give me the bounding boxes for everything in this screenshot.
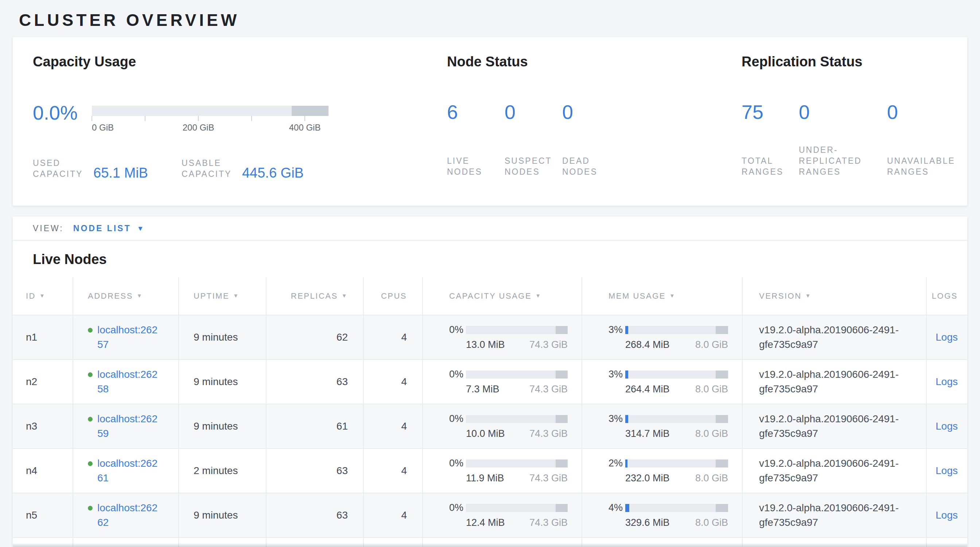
node-version: v19.2.0-alpha.20190606-2491-gfe735c9a97 <box>759 501 926 530</box>
column-label: ID <box>26 291 36 301</box>
memory-usage-fill <box>625 504 629 512</box>
node-uptime: 9 minutes <box>194 509 238 521</box>
column-header-version[interactable]: VERSION▼ <box>742 277 926 315</box>
table-header-row: ID▼ADDRESS▼UPTIME▼REPLICAS▼CPUSCAPACITY … <box>13 277 967 315</box>
node-id: n5 <box>26 509 37 521</box>
node-logs-link[interactable]: Logs <box>935 465 958 476</box>
dead-nodes-stat: 0 DEAD NODES <box>562 102 620 177</box>
capacity-percent: 0% <box>449 413 466 425</box>
capacity-usage-reserved <box>555 415 568 423</box>
node-address-link[interactable]: localhost:26259 <box>97 412 161 441</box>
node-live-dot-icon <box>88 417 92 421</box>
unavailable-ranges-value: 0 <box>887 102 967 122</box>
usable-capacity-label: USABLE CAPACITY <box>181 157 237 180</box>
memory-used: 232.0 MiB <box>625 472 670 484</box>
replication-status-section: Replication Status 75 TOTAL RANGES 0 UND… <box>741 53 967 206</box>
node-logs-cell: Logs <box>926 448 967 493</box>
node-version: v19.2.0-alpha.20190606-2491-gfe735c9a97 <box>759 367 926 396</box>
node-memory-cell: 2% 232.0 MiB 8.0 GiB <box>582 448 742 493</box>
used-capacity-label: USED CAPACITY <box>33 157 88 180</box>
node-uptime-cell: 9 minutes <box>179 359 266 404</box>
used-capacity-stat: USED CAPACITY 65.1 MiB <box>33 157 148 180</box>
dead-nodes-value: 0 <box>562 102 620 122</box>
node-cpus: 4 <box>401 465 407 476</box>
column-header-capacity-usage[interactable]: CAPACITY USAGE▼ <box>423 277 582 315</box>
node-logs-link[interactable]: Logs <box>935 331 958 343</box>
node-version-cell: v19.2.0-alpha.20190606-2491-gfe735c9a97 <box>742 315 926 359</box>
capacity-total: 74.3 GiB <box>530 339 568 350</box>
node-logs-link[interactable]: Logs <box>935 420 958 432</box>
node-version-cell: v19.2.0-alpha.20190606-2491-gfe735c9a97 <box>742 404 926 448</box>
node-logs-link[interactable]: Logs <box>935 376 958 387</box>
dead-nodes-label: DEAD NODES <box>562 155 620 177</box>
node-replicas-cell: 63 <box>266 359 363 404</box>
node-uptime-cell: 9 minutes <box>179 315 266 359</box>
memory-usage-reserved <box>716 370 728 378</box>
memory-usage-widget: 3% 314.7 MiB 8.0 GiB <box>582 413 742 439</box>
column-label: REPLICAS <box>291 291 338 301</box>
usable-capacity-stat: USABLE CAPACITY 445.6 GiB <box>181 157 304 180</box>
axis-tick-label: 200 GiB <box>183 122 215 133</box>
node-address-cell: localhost:26257 <box>73 315 179 359</box>
column-label: VERSION <box>759 291 802 301</box>
node-replicas-cell: 63 <box>266 448 363 493</box>
column-label: LOGS <box>932 291 958 301</box>
capacity-percent: 0% <box>449 502 466 514</box>
memory-usage-reserved <box>716 460 728 467</box>
column-header-logs: LOGS <box>926 277 967 315</box>
node-memory-cell: 3% 268.4 MiB 8.0 GiB <box>582 315 742 359</box>
node-address-link[interactable]: localhost:26257 <box>97 323 161 352</box>
axis-tick <box>145 116 145 121</box>
node-address-link[interactable]: localhost:26261 <box>97 456 161 485</box>
memory-usage-bar <box>625 326 728 334</box>
memory-total: 8.0 GiB <box>695 517 728 528</box>
table-row: n1 localhost:26257 9 minutes 62 4 0% 13. <box>13 315 967 359</box>
sort-caret-icon: ▼ <box>233 293 239 299</box>
column-header-uptime[interactable]: UPTIME▼ <box>179 277 266 315</box>
memory-total: 8.0 GiB <box>695 428 728 439</box>
column-header-mem-usage[interactable]: MEM USAGE▼ <box>582 277 742 315</box>
capacity-chart: 0.0% 0 GiB 200 GiB 400 GiB <box>33 102 447 134</box>
node-live-dot-icon <box>88 506 92 510</box>
node-replicas: 63 <box>337 465 348 476</box>
node-replicas: 62 <box>337 331 348 343</box>
node-cpus: 4 <box>401 509 407 521</box>
axis-tick-label: 400 GiB <box>289 122 321 133</box>
nodes-card: VIEW: NODE LIST ▼ Live Nodes ID▼ADDRESS▼… <box>13 216 967 547</box>
memory-usage-fill <box>625 460 627 467</box>
node-logs-link[interactable]: Logs <box>935 509 958 521</box>
capacity-usage-bar <box>466 504 568 512</box>
column-header-id[interactable]: ID▼ <box>13 277 73 315</box>
usable-capacity-value: 445.6 GiB <box>242 166 304 180</box>
capacity-usage-bar <box>466 415 568 423</box>
capacity-used-percent: 0.0% <box>33 102 80 123</box>
view-dropdown[interactable]: NODE LIST ▼ <box>73 224 144 234</box>
suspect-nodes-label: SUSPECT NODES <box>504 155 562 177</box>
column-header-address[interactable]: ADDRESS▼ <box>73 277 179 315</box>
axis-tick <box>198 116 199 121</box>
unavailable-ranges-label: UNAVAILABLE RANGES <box>887 155 967 177</box>
memory-usage-bar <box>625 415 728 423</box>
sort-caret-icon: ▼ <box>670 293 676 299</box>
column-header-replicas[interactable]: REPLICAS▼ <box>266 277 363 315</box>
node-version-cell: v19.2.0-alpha.20190606-2491-gfe735c9a97 <box>742 359 926 404</box>
replication-section-title: Replication Status <box>741 53 967 70</box>
node-replicas: 61 <box>337 420 348 432</box>
table-row: n5 localhost:26262 9 minutes 63 4 0% 12. <box>13 493 967 537</box>
capacity-usage-widget: 0% 12.4 MiB 74.3 GiB <box>423 502 582 528</box>
node-address-link[interactable]: localhost:26258 <box>97 367 161 396</box>
capacity-section-title: Capacity Usage <box>33 53 447 70</box>
node-version: v19.2.0-alpha.20190606-2491-gfe735c9a97 <box>759 456 926 485</box>
node-live-dot-icon <box>88 372 92 377</box>
replication-stats: 75 TOTAL RANGES 0 UNDER-REPLICATED RANGE… <box>741 102 967 177</box>
axis-tick <box>304 116 305 121</box>
node-version: v19.2.0-alpha.20190606-2491-gfe735c9a97 <box>759 323 926 352</box>
node-address-link[interactable]: localhost:26262 <box>97 501 161 530</box>
capacity-bar-reserved-segment <box>292 106 328 116</box>
node-capacity-cell: 0% 11.9 MiB 74.3 GiB <box>423 448 582 493</box>
under-replicated-ranges-stat: 0 UNDER-REPLICATED RANGES <box>799 102 887 177</box>
memory-usage-bar <box>625 460 728 467</box>
capacity-used: 12.4 MiB <box>466 517 505 528</box>
node-cpus: 4 <box>401 376 407 387</box>
live-nodes-section: Live Nodes ID▼ADDRESS▼UPTIME▼REPLICAS▼CP… <box>13 241 967 547</box>
